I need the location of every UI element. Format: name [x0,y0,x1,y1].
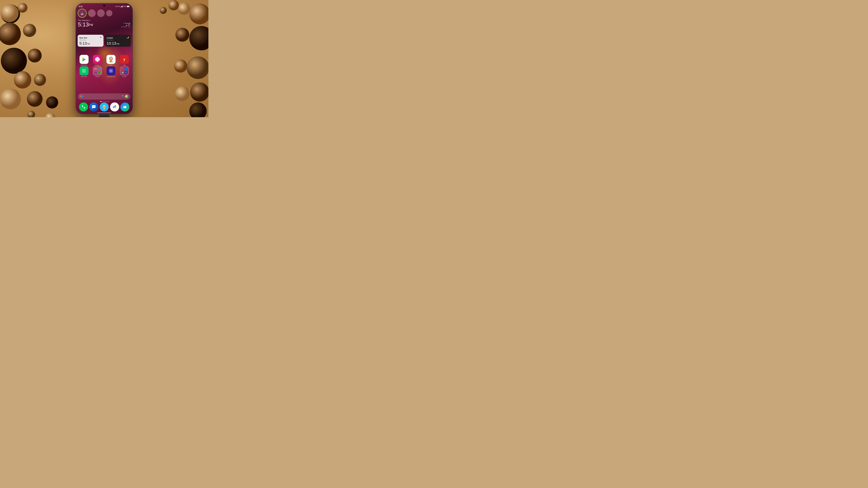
ubereats-label: Uber Eats [81,76,87,77]
phone-screen: 5:13 5G UC 83% [76,3,132,114]
clock-london[interactable]: London 🌙 Thu, Feb 1 10:13 PM [105,35,131,47]
svg-point-2 [18,3,27,13]
dock [78,102,130,111]
svg-point-16 [187,57,208,79]
svg-rect-28 [122,5,123,7]
app-maps[interactable]: Maps [104,55,117,66]
app-row-1: Play Store [78,55,131,66]
svg-point-55 [94,106,95,107]
app-gaming[interactable]: Gaming Hub [104,66,117,77]
ny-emoji: ☀ [100,36,102,38]
dot-widget-3[interactable] [106,10,112,16]
playstore-icon [80,55,89,64]
gaming-label: Gaming Hub [107,76,115,77]
folder-app-3: 🎬 [94,72,97,73]
phone-icon [81,104,86,109]
app-yelp[interactable]: y Yelp [118,55,131,66]
dock-phone[interactable] [79,102,88,111]
location-label: 📍 Norwalk [121,22,130,24]
dock-wallet[interactable] [120,102,129,111]
main-time: 5:13PM [78,22,93,27]
time-value: 5:13 [78,21,89,28]
svg-point-4 [23,24,36,37]
ny-city: New York [80,37,87,39]
svg-point-8 [34,74,46,86]
svg-rect-31 [127,6,129,7]
svg-point-54 [94,106,94,107]
phone-frame: 5:13 5G UC 83% [75,3,133,114]
social-app-2: 📘 [125,68,128,71]
svg-point-53 [93,106,93,107]
svg-point-11 [46,96,58,108]
social-app-4: 🐦 [125,71,128,74]
london-city: London [106,37,113,39]
gaming-icon [106,66,116,75]
gaming-svg [108,68,114,74]
microphone-icon[interactable]: 🎤 [121,95,123,98]
location-text: Norwalk [125,22,130,24]
app-row-2: UberEats Uber Eats 📦 🎮 🎬 📱 Mobox [78,66,131,77]
dot-widget-2[interactable] [97,9,105,17]
svg-point-5 [1,48,27,74]
ubereats-icon: UberEats [80,66,89,75]
london-time: 10:13 PM [106,41,129,45]
date-weather-widget[interactable]: Thu, February 1 5:13PM 📍 Norwalk ☁ 42° [78,20,130,28]
svg-point-49 [110,69,112,70]
svg-rect-26 [121,6,122,7]
score-value: 83 [81,13,83,15]
ny-date: Thu, Feb 1 [80,39,102,41]
mobox-label: Mobox [95,76,99,77]
svg-point-3 [0,23,21,45]
page-indicator [76,101,132,102]
ubereats-text: UberEats [82,69,86,73]
signal-bars-icon [121,5,123,7]
app-ubereats[interactable]: UberEats Uber Eats [78,66,91,77]
social-icon: 📷 📘 📅 🐦 18 [120,66,129,75]
google-logo-svg [80,95,83,98]
score-widget[interactable]: □ 83 [78,9,87,18]
dock-wemoji[interactable] [100,102,109,111]
playstore-label: Play Store [81,64,87,66]
social-grid: 📷 📘 📅 🐦 [120,67,128,75]
svg-rect-64 [125,107,126,107]
dot-widget-1[interactable] [88,9,96,17]
time-ampm: PM [89,23,93,26]
folder-app-2: 🎮 [98,68,101,70]
temperature: ☁ 42° [121,24,130,26]
svg-point-14 [189,26,208,50]
app-blossom[interactable]: Galaxy... [91,55,104,66]
social-app-1: 📷 [121,68,124,71]
app-mobox[interactable]: 📦 🎮 🎬 📱 Mobox [91,66,104,77]
svg-point-19 [175,87,190,101]
temp-value: 42° [128,24,130,26]
score-icon: □ [82,11,83,13]
page-dot-4 [105,101,106,102]
dock-messages[interactable] [89,102,98,111]
svg-point-10 [27,91,42,107]
london-emoji: 🌙 [126,36,129,38]
uv-index: UV Index · Low [121,26,130,28]
blossom-icon [93,55,102,64]
svg-point-20 [189,102,207,117]
search-bar[interactable]: 🎤 [78,93,130,100]
maps-label: Maps [109,64,113,66]
date-label: Thu, February 1 [78,20,93,21]
app-social[interactable]: 📷 📘 📅 🐦 18 Social [118,66,131,77]
home-indicator[interactable] [97,112,111,113]
mobox-icon: 📦 🎮 🎬 📱 [93,66,102,75]
maps-svg [108,57,114,62]
svg-point-13 [178,3,190,15]
clock-new-york[interactable]: New York ☀ Thu, Feb 1 5:13 PM [78,35,103,47]
playstore-svg [81,57,87,62]
svg-point-21 [168,0,179,10]
google-g-logo [80,95,83,98]
world-clocks-widget[interactable]: New York ☀ Thu, Feb 1 5:13 PM London 🌙 T… [78,35,131,47]
app-playstore[interactable]: Play Store [78,55,91,66]
dock-chrome[interactable] [110,102,119,111]
social-label: Social [122,76,126,77]
lens-icon[interactable] [125,95,128,98]
page-dot-2 [102,101,103,102]
svg-point-23 [45,113,56,117]
social-badge: 18 [127,66,129,68]
page-dot-3 [104,101,104,102]
